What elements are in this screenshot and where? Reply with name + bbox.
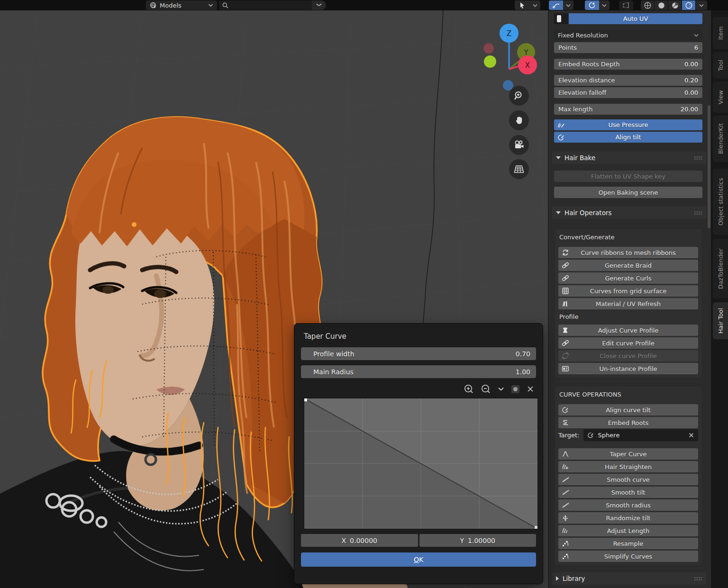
generate-curls-button[interactable]: Generate Curls	[558, 272, 698, 284]
chevron-down-icon	[602, 4, 607, 7]
panel-scrollbar[interactable]	[708, 105, 710, 228]
elevation-distance-value: 0.20	[684, 77, 698, 84]
tab-view[interactable]: View	[713, 81, 728, 113]
material-uv-refresh-button[interactable]: Material / UV Refresh	[558, 298, 698, 309]
smooth-curve-label: Smooth curve	[607, 476, 650, 483]
auto-uv-toggle[interactable]	[554, 13, 568, 24]
points-slider[interactable]: Points 6	[554, 42, 702, 53]
ok-button[interactable]: OK	[301, 552, 536, 567]
taper-curve-button[interactable]: Taper Curve	[558, 448, 698, 460]
x-coordinate-field[interactable]: X 0.00000	[301, 534, 418, 547]
max-length-field[interactable]: Max length 20.00	[554, 104, 702, 115]
profile-width-slider[interactable]: Profile width 0.70	[301, 347, 536, 360]
zoom-out-icon[interactable]	[481, 384, 491, 394]
axis-gizmo[interactable]: Z Y X	[474, 19, 548, 100]
viewport-perspective-button[interactable]	[509, 159, 529, 179]
shading-solid-button[interactable]	[655, 0, 668, 10]
close-curve-profile-button[interactable]: Close curve Profile	[558, 350, 698, 362]
hair-bake-header[interactable]: Hair Bake	[552, 152, 706, 164]
generate-braid-button[interactable]: Generate Braid	[558, 260, 698, 271]
viewport-camera-button[interactable]	[509, 135, 529, 155]
tab-tool[interactable]: Tool	[713, 52, 728, 79]
library-header[interactable]: Library	[552, 572, 706, 585]
viewport-pan-button[interactable]	[509, 110, 529, 130]
curve-control-point[interactable]	[132, 222, 136, 227]
tools-chevron-icon[interactable]	[498, 387, 504, 391]
resample-dots-icon	[562, 552, 569, 560]
hair-operators-header[interactable]: Hair Operators	[552, 207, 706, 219]
embed-roots-button[interactable]: Embed Roots	[558, 417, 698, 428]
clipping-toggle[interactable]	[511, 385, 520, 394]
adjust-curve-profile-label: Adjust Curve Profile	[598, 327, 659, 334]
curve-editor[interactable]	[304, 398, 538, 529]
resolution-dropdown[interactable]: Fixed Resolution	[554, 30, 702, 41]
smooth-tilt-button[interactable]: Smooth tilt	[558, 487, 698, 498]
show-gizmo-button[interactable]	[619, 0, 633, 10]
shading-rendered-button[interactable]	[682, 0, 695, 10]
align-curve-tilt-button[interactable]: Align curve tilt	[558, 404, 698, 416]
tab-blenderkit[interactable]: BlenderKit	[713, 116, 728, 162]
proportional-edit-toggle[interactable]	[585, 0, 599, 10]
resample-button[interactable]: Resample	[558, 538, 698, 549]
viewport-zoom-button[interactable]	[509, 86, 529, 106]
x-value: 0.00000	[350, 537, 377, 544]
panel-grip-icon[interactable]	[694, 211, 702, 215]
arcs-icon	[562, 527, 569, 534]
y-coordinate-field[interactable]: Y 1.00000	[419, 534, 537, 547]
curve-ribbons-to-mesh-button[interactable]: Curve ribbons to mesh ribbons	[558, 247, 698, 258]
chevron-down-icon	[694, 34, 699, 37]
curves-from-grid-button[interactable]: Curves from grid surface	[558, 285, 698, 297]
tab-hair-tool[interactable]: Hair Tool	[713, 302, 728, 339]
rotate-axis-icon	[562, 514, 569, 522]
profile-blob-icon	[562, 326, 569, 334]
elevation-distance-field[interactable]: Elevation distance 0.20	[554, 75, 702, 86]
tab-daztoblender[interactable]: DazToBlender	[713, 239, 728, 299]
target-value: Sphere	[598, 432, 620, 439]
curve-handle-start[interactable]	[304, 398, 307, 401]
broken-link-icon	[562, 352, 569, 360]
hair-straighten-button[interactable]: Hair Straighten	[558, 461, 698, 472]
open-baking-scene-button[interactable]: Open Baking scene	[554, 187, 702, 198]
panel-grip-icon[interactable]	[694, 577, 702, 581]
search-history-dropdown[interactable]	[312, 0, 326, 10]
align-tilt-toggle[interactable]: Align tilt	[554, 132, 702, 143]
elevation-falloff-field[interactable]: Elevation falloff 0.00	[554, 87, 702, 98]
axis-neg-y-ball[interactable]	[484, 55, 496, 68]
auto-uv-label: Auto UV	[623, 15, 648, 22]
zoom-in-icon[interactable]	[464, 384, 474, 394]
shading-material-button[interactable]	[668, 0, 682, 10]
main-radius-slider[interactable]: Main Radius 1.00	[301, 365, 536, 378]
embed-roots-depth-field[interactable]: Embed Roots Depth 0.00	[554, 59, 702, 70]
auto-uv-button[interactable]: Auto UV	[569, 13, 702, 24]
clear-target-icon[interactable]	[688, 432, 694, 438]
refresh-icon	[562, 249, 569, 256]
adjust-length-button[interactable]: Adjust Length	[558, 525, 698, 536]
panel-grip-icon[interactable]	[694, 156, 702, 160]
edit-curve-profile-button[interactable]: Edit curve Profile	[558, 337, 698, 349]
snap-curve-toggle[interactable]	[549, 0, 563, 10]
axis-neg-x-ball[interactable]	[483, 43, 494, 54]
use-pressure-toggle[interactable]: Use Pressure	[554, 119, 702, 130]
dialog-title: Taper Curve	[301, 330, 536, 341]
sidebar-tab-column: Item Tool View BlenderKit Object statist…	[711, 10, 728, 588]
target-object-field[interactable]: Sphere	[583, 429, 698, 441]
select-tool-button[interactable]	[515, 0, 530, 10]
flatten-uv-shapekey-button[interactable]: Flatten to UV Shape key	[554, 171, 702, 182]
shading-dropdown[interactable]	[696, 0, 707, 10]
curve-handle-end[interactable]	[535, 526, 537, 529]
un-instance-profile-button[interactable]: Un-instance Profile	[558, 363, 698, 374]
tab-object-statistics[interactable]: Object statistics	[713, 169, 728, 235]
asset-search-input[interactable]	[219, 0, 312, 10]
proportional-dropdown[interactable]	[599, 0, 610, 10]
close-icon[interactable]	[527, 385, 534, 393]
asset-type-dropdown[interactable]: Models	[146, 0, 217, 10]
smooth-curve-button[interactable]: Smooth curve	[558, 474, 698, 485]
shading-wireframe-button[interactable]	[641, 0, 654, 10]
snap-dropdown[interactable]	[563, 0, 573, 10]
simplify-curves-button[interactable]: Simplify Curves	[558, 551, 698, 562]
randomize-tilt-button[interactable]: Randomize tilt	[558, 512, 698, 524]
tab-item[interactable]: Item	[713, 17, 728, 49]
select-tool-dropdown[interactable]	[530, 0, 540, 10]
smooth-radius-button[interactable]: Smooth radius	[558, 499, 698, 511]
adjust-curve-profile-button[interactable]: Adjust Curve Profile	[558, 325, 698, 336]
